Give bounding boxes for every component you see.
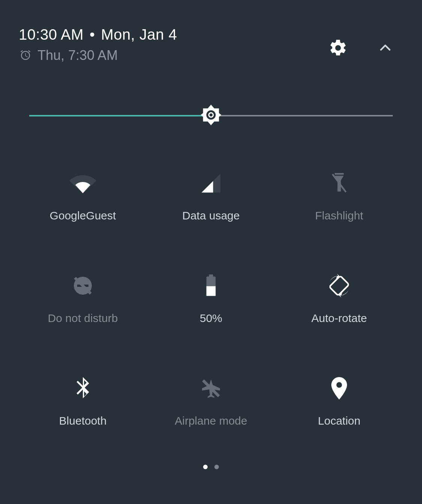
svg-rect-13 (329, 276, 349, 296)
clock-date[interactable]: 10:30 AM • Mon, Jan 4 (19, 26, 177, 43)
tile-battery[interactable]: 50% (147, 274, 275, 325)
bluetooth-icon (75, 377, 90, 400)
flashlight-off-icon (330, 172, 348, 194)
tile-flashlight[interactable]: Flashlight (275, 172, 403, 222)
battery-icon (204, 274, 218, 297)
page-dot-1[interactable] (203, 465, 208, 469)
tile-label: Do not disturb (48, 312, 118, 325)
gear-icon (328, 38, 348, 58)
alarm-icon (19, 49, 32, 62)
header: 10:30 AM • Mon, Jan 4 Thu, 7:30 AM (19, 26, 403, 63)
auto-rotate-icon (326, 274, 353, 297)
tiles-grid: GoogleGuest Data usage Flashlight (19, 172, 403, 427)
next-alarm[interactable]: Thu, 7:30 AM (19, 48, 177, 63)
header-left: 10:30 AM • Mon, Jan 4 Thu, 7:30 AM (19, 26, 177, 63)
location-icon (331, 377, 347, 400)
page-dot-2[interactable] (214, 465, 219, 469)
alarm-text: Thu, 7:30 AM (37, 48, 118, 63)
clock: 10:30 AM (19, 26, 84, 43)
tile-airplane[interactable]: Airplane mode (147, 377, 275, 427)
tile-label: GoogleGuest (50, 209, 116, 222)
cellular-icon (201, 172, 221, 194)
slider-fill (29, 115, 211, 116)
svg-rect-4 (335, 173, 344, 175)
header-right (328, 26, 403, 58)
tile-location[interactable]: Location (275, 377, 403, 427)
svg-rect-12 (207, 286, 216, 296)
airplane-off-icon (200, 377, 222, 400)
quick-settings-panel: 10:30 AM • Mon, Jan 4 Thu, 7:30 AM (0, 0, 422, 504)
tile-dnd[interactable]: Do not disturb (19, 274, 147, 325)
tile-wifi[interactable]: GoogleGuest (19, 172, 147, 222)
wifi-icon (69, 172, 96, 194)
svg-rect-11 (209, 274, 213, 277)
page-indicator[interactable] (19, 465, 403, 469)
dnd-off-icon (72, 274, 94, 297)
svg-point-3 (210, 113, 212, 116)
settings-button[interactable] (328, 37, 349, 58)
tile-bluetooth[interactable]: Bluetooth (19, 377, 147, 427)
tile-label: Flashlight (315, 209, 363, 222)
tile-label: Data usage (182, 209, 239, 222)
separator-dot: • (90, 26, 95, 43)
brightness-slider[interactable] (29, 104, 393, 127)
tile-label: Location (318, 415, 360, 427)
tile-auto-rotate[interactable]: Auto-rotate (275, 274, 403, 325)
tile-label: Auto-rotate (311, 312, 367, 325)
tile-label: 50% (200, 312, 222, 325)
slider-thumb[interactable] (200, 104, 222, 128)
collapse-button[interactable] (375, 37, 396, 58)
chevron-up-icon (378, 40, 393, 55)
tile-label: Bluetooth (59, 415, 107, 427)
tile-data-usage[interactable]: Data usage (147, 172, 275, 222)
date: Mon, Jan 4 (101, 26, 177, 43)
brightness-icon (200, 104, 222, 126)
tile-label: Airplane mode (175, 415, 247, 427)
